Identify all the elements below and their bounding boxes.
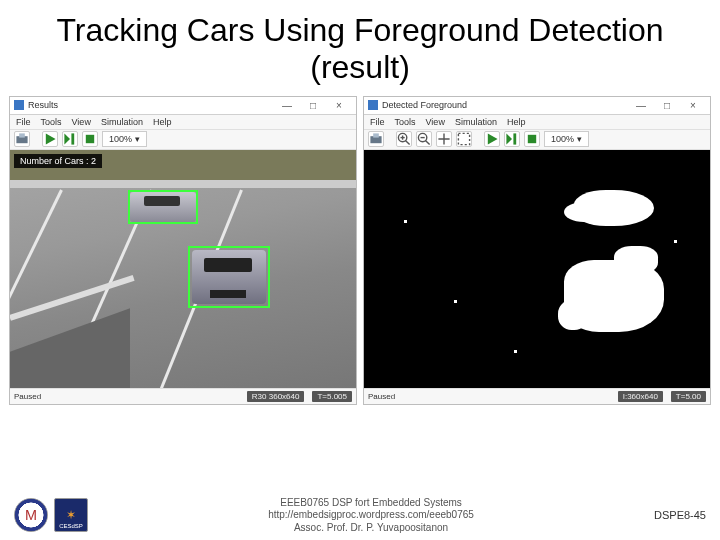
status-resolution: R30 360x640 <box>247 391 305 402</box>
logo-group: M ✶ CESdSP <box>14 498 88 532</box>
author-name: Assoc. Prof. Dr. P. Yuvapoositanon <box>88 522 654 535</box>
print-icon[interactable] <box>14 131 30 147</box>
svg-line-15 <box>425 140 429 144</box>
svg-rect-9 <box>373 133 379 137</box>
maximize-button[interactable]: □ <box>300 100 326 111</box>
svg-marker-18 <box>488 133 498 144</box>
pan-icon[interactable] <box>436 131 452 147</box>
foreground-viewport <box>364 150 710 388</box>
svg-rect-0 <box>14 100 24 110</box>
svg-marker-19 <box>506 133 512 144</box>
university-logo-icon: M <box>14 498 48 532</box>
menu-view[interactable]: View <box>72 117 91 127</box>
window-title: Detected Foreground <box>382 100 628 110</box>
status-resolution: I:360x640 <box>618 391 663 402</box>
menu-simulation[interactable]: Simulation <box>455 117 497 127</box>
menu-tools[interactable]: Tools <box>41 117 62 127</box>
chevron-down-icon: ▾ <box>135 134 140 144</box>
app-icon <box>368 100 378 110</box>
star-icon: ✶ <box>66 509 76 521</box>
menu-help[interactable]: Help <box>507 117 526 127</box>
footer-text: EEEB0765 DSP fort Embedded Systems http:… <box>88 497 654 535</box>
menubar: File Tools View Simulation Help <box>10 115 356 130</box>
slide-footer: M ✶ CESdSP EEEB0765 DSP fort Embedded Sy… <box>0 497 720 535</box>
step-icon[interactable] <box>504 131 520 147</box>
stop-icon[interactable] <box>82 131 98 147</box>
status-time: T=5.00 <box>671 391 706 402</box>
statusbar: Paused R30 360x640 T=5.005 <box>10 388 356 404</box>
svg-marker-4 <box>64 133 70 144</box>
step-icon[interactable] <box>62 131 78 147</box>
svg-rect-7 <box>368 100 378 110</box>
menu-help[interactable]: Help <box>153 117 172 127</box>
windows-row: Results — □ × File Tools View Simulation… <box>0 94 720 405</box>
zoom-select[interactable]: 100% ▾ <box>102 131 147 147</box>
close-button[interactable]: × <box>680 100 706 111</box>
status-state: Paused <box>14 392 41 401</box>
print-icon[interactable] <box>368 131 384 147</box>
menu-simulation[interactable]: Simulation <box>101 117 143 127</box>
maximize-button[interactable]: □ <box>654 100 680 111</box>
foreground-blob <box>614 246 658 274</box>
svg-marker-3 <box>46 133 56 144</box>
minimize-button[interactable]: — <box>628 100 654 111</box>
titlebar: Results — □ × <box>10 97 356 115</box>
roi-icon[interactable] <box>456 131 472 147</box>
page-number: DSPE8-45 <box>654 509 706 521</box>
detection-box <box>188 246 270 308</box>
results-window: Results — □ × File Tools View Simulation… <box>9 96 357 405</box>
status-time: T=5.005 <box>312 391 352 402</box>
play-icon[interactable] <box>484 131 500 147</box>
zoom-value: 100% <box>109 134 132 144</box>
cesdsp-logo-icon: ✶ CESdSP <box>54 498 88 532</box>
stop-icon[interactable] <box>524 131 540 147</box>
window-title: Results <box>28 100 274 110</box>
barrier <box>10 180 356 188</box>
status-state: Paused <box>368 392 395 401</box>
chevron-down-icon: ▾ <box>577 134 582 144</box>
zoom-out-icon[interactable] <box>416 131 432 147</box>
logo-text: CESdSP <box>59 523 83 529</box>
foreground-blob <box>558 300 588 330</box>
titlebar: Detected Foreground — □ × <box>364 97 710 115</box>
svg-line-11 <box>405 140 409 144</box>
zoom-value: 100% <box>551 134 574 144</box>
svg-text:M: M <box>25 507 37 523</box>
svg-rect-21 <box>528 135 536 143</box>
svg-rect-5 <box>71 133 74 144</box>
noise-speck <box>674 240 677 243</box>
course-code: EEEB0765 DSP fort Embedded Systems <box>88 497 654 510</box>
menubar: File Tools View Simulation Help <box>364 115 710 130</box>
toolbar: 100% ▾ <box>364 130 710 150</box>
detection-box <box>128 190 198 224</box>
menu-file[interactable]: File <box>16 117 31 127</box>
svg-rect-20 <box>513 133 516 144</box>
car-count-overlay: Number of Cars : 2 <box>14 154 102 168</box>
zoom-select[interactable]: 100% ▾ <box>544 131 589 147</box>
video-viewport: Number of Cars : 2 <box>10 150 356 388</box>
menu-view[interactable]: View <box>426 117 445 127</box>
zoom-in-icon[interactable] <box>396 131 412 147</box>
noise-speck <box>514 350 517 353</box>
svg-rect-17 <box>458 133 469 144</box>
minimize-button[interactable]: — <box>274 100 300 111</box>
noise-speck <box>404 220 407 223</box>
foreground-blob <box>564 202 604 222</box>
menu-tools[interactable]: Tools <box>395 117 416 127</box>
svg-rect-2 <box>19 133 25 137</box>
toolbar: 100% ▾ <box>10 130 356 150</box>
slide-title: Tracking Cars Using Foreground Detection… <box>0 0 720 94</box>
menu-file[interactable]: File <box>370 117 385 127</box>
app-icon <box>14 100 24 110</box>
noise-speck <box>454 300 457 303</box>
play-icon[interactable] <box>42 131 58 147</box>
foreground-window: Detected Foreground — □ × File Tools Vie… <box>363 96 711 405</box>
course-url: http://embedsigproc.wordpress.com/eeeb07… <box>88 509 654 522</box>
svg-rect-6 <box>86 135 94 143</box>
close-button[interactable]: × <box>326 100 352 111</box>
statusbar: Paused I:360x640 T=5.00 <box>364 388 710 404</box>
